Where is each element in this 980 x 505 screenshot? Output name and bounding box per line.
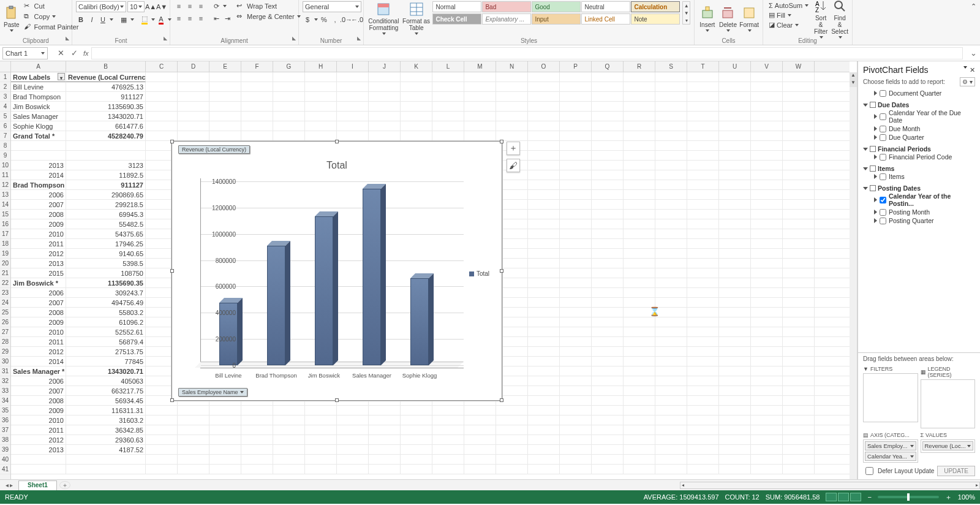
field-item[interactable]: Due Quarter: [874, 133, 975, 142]
row-2[interactable]: Bill Levine476925.13: [11, 82, 850, 92]
comma-button[interactable]: ,: [330, 15, 340, 25]
defer-layout-checkbox[interactable]: Defer Layout Update: [863, 465, 934, 477]
row-header-1[interactable]: 1: [0, 72, 10, 82]
row-header-38[interactable]: 38: [0, 435, 10, 445]
copy-button[interactable]: ⧉Copy: [22, 12, 81, 21]
styles-scroll[interactable]: ▲▼▾: [682, 1, 690, 25]
pivot-chart[interactable]: Revenue (Local Currency) Sales Employee …: [172, 141, 502, 401]
col-header-I[interactable]: I: [337, 61, 369, 72]
row-header-11[interactable]: 11: [0, 170, 10, 180]
field-item[interactable]: Calendar Year of the Postin...: [874, 192, 975, 208]
chart-filter-axis[interactable]: Sales Employee Name: [178, 388, 247, 397]
enter-formula-button[interactable]: ✓: [67, 47, 81, 59]
field-group-due-dates[interactable]: Due Dates: [863, 101, 975, 108]
row-header-34[interactable]: 34: [0, 396, 10, 406]
row-header-7[interactable]: 7: [0, 131, 10, 141]
col-header-D[interactable]: D: [178, 61, 209, 72]
fx-icon[interactable]: fx: [81, 50, 91, 57]
view-buttons[interactable]: [826, 493, 861, 501]
format-as-table-button[interactable]: Format as Table: [402, 1, 431, 36]
field-group-items[interactable]: Items: [863, 165, 975, 172]
dialog-launcher-icon[interactable]: ◣: [164, 36, 167, 41]
col-header-E[interactable]: E: [209, 61, 241, 72]
row-header-31[interactable]: 31: [0, 366, 10, 376]
field-group-posting-dates[interactable]: Posting Dates: [863, 184, 975, 192]
col-header-S[interactable]: S: [655, 61, 687, 72]
format-painter-button[interactable]: 🖌Format Painter: [22, 22, 81, 32]
fieldpane-gear-button[interactable]: ⚙ ▾: [960, 77, 975, 86]
row-header-6[interactable]: 6: [0, 121, 10, 131]
delete-button[interactable]: Delete: [719, 1, 737, 36]
fill-color-button[interactable]: ⬚: [140, 15, 149, 25]
field-group-financial-periods[interactable]: Financial Periods: [863, 145, 975, 153]
row-header-37[interactable]: 37: [0, 425, 10, 435]
col-header-F[interactable]: F: [241, 61, 273, 72]
style-linked-cell[interactable]: Linked Cell: [581, 13, 630, 25]
col-header-A[interactable]: A: [11, 61, 66, 72]
conditional-formatting-button[interactable]: Conditional Formatting: [368, 1, 400, 36]
row-header-10[interactable]: 10: [0, 161, 10, 170]
col-header-K[interactable]: K: [401, 61, 432, 72]
area-tag[interactable]: Revenue (Loc...: [922, 441, 974, 450]
col-header-W[interactable]: W: [783, 61, 815, 72]
new-sheet-button[interactable]: ＋: [59, 481, 70, 489]
indent-dec-button[interactable]: ⇤: [211, 13, 221, 23]
row-header-3[interactable]: 3: [0, 92, 10, 102]
row-header-35[interactable]: 35: [0, 406, 10, 416]
row-header-28[interactable]: 28: [0, 337, 10, 347]
row-header-29[interactable]: 29: [0, 347, 10, 357]
row-39[interactable]: 20134187.52: [11, 445, 850, 455]
style-note[interactable]: Note: [631, 13, 680, 25]
row-36[interactable]: 201031603.2: [11, 416, 850, 425]
sort-filter-button[interactable]: AZSort & Filter: [813, 1, 829, 36]
row-header-19[interactable]: 19: [0, 249, 10, 259]
number-format-select[interactable]: General: [303, 1, 361, 12]
shrink-font-button[interactable]: A▼: [157, 2, 167, 12]
cancel-formula-button[interactable]: ✕: [54, 47, 67, 59]
field-item[interactable]: Items: [874, 172, 975, 181]
area-tag[interactable]: Calendar Yea...: [865, 452, 916, 461]
chart-elements-button[interactable]: ＋: [507, 142, 520, 155]
col-header-M[interactable]: M: [464, 61, 496, 72]
row-3[interactable]: Brad Thompson911127: [11, 92, 850, 102]
area-filters[interactable]: [863, 373, 918, 422]
font-color-button[interactable]: A: [156, 15, 166, 25]
indent-inc-button[interactable]: ⇥: [222, 13, 232, 23]
row-header-4[interactable]: 4: [0, 102, 10, 112]
zoom-out-button[interactable]: −: [867, 493, 871, 501]
row-header-21[interactable]: 21: [0, 268, 10, 278]
col-header-C[interactable]: C: [146, 61, 178, 72]
field-item[interactable]: Financial Period Code: [874, 153, 975, 161]
area-values[interactable]: Revenue (Loc...: [921, 439, 976, 453]
row-header-2[interactable]: 2: [0, 82, 10, 92]
merge-center-button[interactable]: ⇔Merge & Center: [235, 12, 303, 21]
style-explanatory-[interactable]: Explanatory ...: [482, 13, 531, 25]
row-header-20[interactable]: 20: [0, 259, 10, 268]
style-check-cell[interactable]: Check Cell: [432, 13, 481, 25]
row-header-14[interactable]: 14: [0, 200, 10, 210]
style-input[interactable]: Input: [532, 13, 581, 25]
align-top-button[interactable]: ≡: [174, 1, 184, 11]
style-bad[interactable]: Bad: [482, 1, 531, 12]
col-header-N[interactable]: N: [496, 61, 528, 72]
chart-title[interactable]: Total: [172, 160, 502, 171]
align-middle-button[interactable]: ≡: [185, 1, 195, 11]
area-axis[interactable]: Sales Employ...Calendar Yea...: [863, 439, 918, 463]
dec-decimal-button[interactable]: ←.0: [352, 15, 362, 25]
fieldpane-close-button[interactable]: ✕: [970, 66, 975, 74]
row-header-30[interactable]: 30: [0, 357, 10, 366]
row-header-27[interactable]: 27: [0, 327, 10, 337]
bold-button[interactable]: B: [76, 15, 86, 25]
col-header-O[interactable]: O: [528, 61, 560, 72]
align-left-button[interactable]: ≡: [174, 13, 184, 23]
field-item[interactable]: Calendar Year of the Due Date: [874, 108, 975, 124]
fieldpane-dropdown-button[interactable]: [963, 66, 967, 69]
row-header-25[interactable]: 25: [0, 308, 10, 317]
row-4[interactable]: Jim Boswick1135690.35: [11, 102, 850, 112]
align-center-button[interactable]: ≡: [185, 13, 195, 23]
column-headers[interactable]: ABCDEFGHIJKLMNOPQRSTUVW: [11, 61, 850, 72]
row-header-5[interactable]: 5: [0, 112, 10, 121]
expand-formula-button[interactable]: ⌄: [967, 47, 980, 59]
name-box[interactable]: Chart 1: [2, 47, 48, 59]
row-38[interactable]: 201229360.63: [11, 435, 850, 445]
